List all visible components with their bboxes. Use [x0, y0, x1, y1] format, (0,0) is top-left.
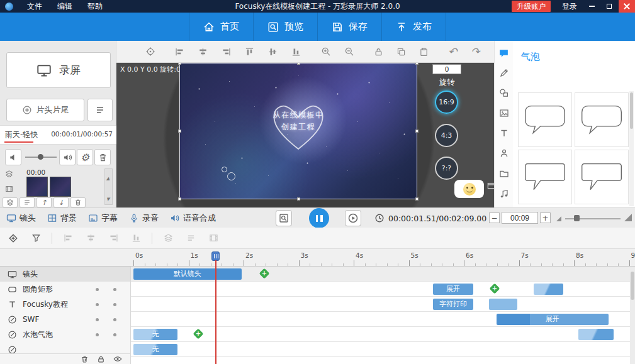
- login-button[interactable]: 登录: [557, 1, 582, 12]
- preview-button[interactable]: 预览: [253, 13, 317, 41]
- timeline-scrollbar[interactable]: [630, 267, 635, 364]
- tab-record-audio[interactable]: 录音: [129, 212, 159, 224]
- timeline-clip[interactable]: [534, 284, 563, 295]
- duration-minus-button[interactable]: −: [489, 212, 500, 223]
- bubble-template-card[interactable]: [575, 92, 629, 147]
- timeline-zoom-slider[interactable]: [556, 213, 632, 223]
- lock-button[interactable]: [371, 44, 386, 59]
- copy-button[interactable]: [393, 44, 408, 59]
- align-clips-left-button[interactable]: [61, 231, 75, 245]
- canvas-center-button[interactable]: [143, 44, 158, 59]
- play-button[interactable]: [345, 210, 361, 226]
- timeline-clip[interactable]: 无: [133, 344, 178, 355]
- timeline-clip[interactable]: [489, 299, 518, 310]
- track-label[interactable]: 圆角矩形: [0, 282, 131, 297]
- tab-background[interactable]: 背景: [47, 212, 77, 224]
- audio-settings-button[interactable]: [77, 149, 93, 165]
- bubble-template-card[interactable]: [518, 150, 572, 204]
- bubble-template-card[interactable]: [518, 92, 572, 147]
- track-delete-button[interactable]: [81, 355, 89, 363]
- volume-thumb[interactable]: [38, 154, 43, 160]
- close-button[interactable]: [619, 0, 635, 13]
- undo-button[interactable]: [445, 44, 460, 59]
- timeline-clip[interactable]: [578, 329, 613, 340]
- track-keyframe-dot[interactable]: [96, 333, 99, 336]
- sequence-clips-button[interactable]: [184, 231, 198, 245]
- clip-thumbnail[interactable]: [26, 177, 48, 197]
- menu-edit[interactable]: 编辑: [50, 0, 80, 13]
- resize-handle[interactable]: [415, 197, 419, 201]
- timeline-ruler[interactable]: 0s1s2s3s4s5s6s7s8s9s: [0, 249, 635, 267]
- timeline-clip[interactable]: 字符打印: [433, 299, 474, 310]
- tab-camera[interactable]: 镜头: [6, 212, 36, 224]
- minimize-button[interactable]: [583, 0, 600, 13]
- volume-slider[interactable]: [25, 149, 57, 165]
- duration-input[interactable]: [502, 212, 538, 224]
- zoom-out-button[interactable]: [342, 44, 357, 59]
- resize-handle[interactable]: [297, 197, 300, 201]
- audio-track-item[interactable]: 雨天-轻快 00:00:01/00:00:57: [0, 125, 116, 145]
- move-up-button[interactable]: [37, 197, 52, 207]
- home-button[interactable]: 首页: [189, 13, 253, 41]
- mute-button[interactable]: [5, 149, 21, 165]
- track-visibility-button[interactable]: [113, 355, 122, 363]
- align-left-button[interactable]: [172, 44, 187, 59]
- scroll-down-icon[interactable]: [106, 191, 110, 203]
- pencil-tool-button[interactable]: [497, 67, 511, 79]
- pause-button[interactable]: [309, 208, 329, 228]
- record-screen-button[interactable]: 录屏: [6, 52, 111, 88]
- assistant-widget[interactable]: [454, 180, 484, 198]
- publish-button[interactable]: 发布: [381, 13, 446, 41]
- menu-help[interactable]: 帮助: [80, 0, 110, 13]
- image-tool-button[interactable]: [497, 108, 511, 119]
- aspect-custom-button[interactable]: ?:?: [435, 157, 458, 180]
- clip-list-scrollbar[interactable]: [104, 168, 113, 205]
- track-lock-button[interactable]: [97, 355, 105, 363]
- timeline-clip[interactable]: 默认镜头: [133, 268, 242, 280]
- align-right-button[interactable]: [218, 44, 233, 59]
- menu-file[interactable]: 文件: [20, 0, 50, 13]
- keyframe-diamond[interactable]: +: [193, 329, 203, 339]
- track-keyframe-dot[interactable]: [113, 333, 116, 336]
- text-tool-button[interactable]: [497, 128, 511, 139]
- track-keyframe-dot[interactable]: [96, 303, 99, 306]
- timeline-clip[interactable]: 展开: [433, 284, 474, 295]
- resize-handle[interactable]: [415, 63, 419, 65]
- aspect-4-3-button[interactable]: 4:3: [435, 124, 458, 147]
- filter-tracks-button[interactable]: [29, 231, 43, 245]
- align-center-h-button[interactable]: [195, 44, 210, 59]
- align-clips-right-button[interactable]: [106, 231, 120, 245]
- align-clips-center-button[interactable]: [84, 231, 98, 245]
- intro-outro-button[interactable]: 片头片尾: [6, 99, 84, 121]
- scroll-up-icon[interactable]: [106, 170, 110, 182]
- timeline-clip[interactable]: 无: [133, 329, 178, 340]
- aspect-16-9-button[interactable]: 16:9: [435, 91, 458, 114]
- scrollbar-thumb[interactable]: [630, 92, 633, 129]
- timeline-clip[interactable]: 展开: [497, 314, 609, 325]
- tab-tts[interactable]: 语音合成: [170, 212, 216, 224]
- keyframe-diamond[interactable]: +: [490, 284, 500, 294]
- panel-scrollbar[interactable]: [629, 91, 634, 206]
- file-tool-button[interactable]: [497, 168, 511, 179]
- zoom-slider-thumb[interactable]: [574, 215, 580, 221]
- film-options-button[interactable]: [206, 231, 220, 245]
- clip-delete-button[interactable]: [70, 197, 86, 207]
- track-label[interactable]: 水泡气泡: [0, 327, 131, 342]
- clip-thumbnail[interactable]: [50, 177, 71, 197]
- maximize-button[interactable]: [601, 0, 617, 13]
- track-keyframe-dot[interactable]: [96, 288, 99, 291]
- bubble-template-card[interactable]: [575, 150, 629, 204]
- track-keyframe-dot[interactable]: [113, 288, 116, 291]
- audio-fade-button[interactable]: [59, 149, 76, 165]
- redo-button[interactable]: [468, 44, 483, 59]
- zoom-in-button[interactable]: [318, 44, 334, 59]
- bubble-tool-button[interactable]: [497, 47, 511, 58]
- paste-button[interactable]: [416, 44, 431, 59]
- music-tool-button[interactable]: [497, 188, 511, 199]
- resize-handle[interactable]: [415, 130, 419, 133]
- track-keyframe-dot[interactable]: [113, 318, 116, 321]
- duration-plus-button[interactable]: +: [540, 212, 551, 223]
- align-bottom-button[interactable]: [288, 44, 303, 59]
- save-button[interactable]: 保存: [317, 13, 381, 41]
- clip-list-button[interactable]: [20, 197, 35, 207]
